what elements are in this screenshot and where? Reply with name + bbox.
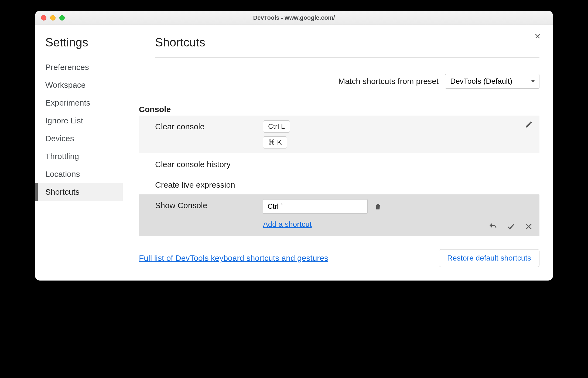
pencil-icon[interactable]	[525, 120, 533, 129]
edit-actions	[489, 222, 533, 231]
preset-row: Match shortcuts from preset DevTools (De…	[155, 74, 539, 89]
row-clear-console: Clear console Ctrl L ⌘ K	[139, 116, 539, 153]
close-icon	[534, 33, 541, 40]
sidebar-item-throttling[interactable]: Throttling	[35, 147, 123, 165]
footer-row: Full list of DevTools keyboard shortcuts…	[139, 249, 539, 267]
row-keys-edit: Add a shortcut	[263, 199, 382, 229]
preset-select[interactable]: DevTools (Default)	[445, 74, 539, 89]
sidebar-item-preferences[interactable]: Preferences	[35, 58, 123, 76]
window-title: DevTools - www.google.com/	[35, 14, 553, 21]
row-name: Show Console	[139, 199, 263, 210]
row-name: Create live expression	[139, 179, 263, 190]
row-create-live-expression: Create live expression	[139, 174, 539, 194]
row-show-console-editing: Show Console Add a shortcut	[139, 194, 539, 236]
sidebar-item-devices[interactable]: Devices	[35, 130, 123, 147]
shortcut-input[interactable]	[263, 199, 368, 214]
key-chip: ⌘ K	[263, 136, 287, 148]
sidebar-item-workspace[interactable]: Workspace	[35, 76, 123, 94]
key-chip: Ctrl L	[263, 120, 290, 133]
main-panel: Shortcuts Match shortcuts from preset De…	[123, 25, 553, 281]
window-minimize-button[interactable]	[50, 15, 56, 21]
sidebar-item-locations[interactable]: Locations	[35, 165, 123, 183]
content: Settings Preferences Workspace Experimen…	[35, 25, 553, 281]
restore-defaults-button[interactable]: Restore default shortcuts	[439, 249, 539, 267]
doc-link[interactable]: Full list of DevTools keyboard shortcuts…	[139, 254, 328, 263]
cancel-icon[interactable]	[524, 222, 533, 231]
add-shortcut-link[interactable]: Add a shortcut	[263, 220, 312, 229]
window-close-button[interactable]	[41, 15, 46, 21]
sidebar: Settings Preferences Workspace Experimen…	[35, 25, 123, 281]
page-title: Shortcuts	[155, 36, 539, 58]
row-clear-console-history: Clear console history	[139, 153, 539, 174]
trash-icon[interactable]	[374, 202, 382, 211]
sidebar-item-shortcuts[interactable]: Shortcuts	[35, 183, 123, 201]
row-keys: Ctrl L ⌘ K	[263, 120, 382, 148]
sidebar-item-ignore-list[interactable]: Ignore List	[35, 112, 123, 130]
close-settings-button[interactable]	[534, 32, 541, 42]
app-window: DevTools - www.google.com/ Settings Pref…	[35, 11, 553, 281]
preset-label: Match shortcuts from preset	[338, 77, 439, 86]
titlebar: DevTools - www.google.com/	[35, 11, 553, 25]
checkmark-icon[interactable]	[507, 222, 515, 231]
sidebar-item-experiments[interactable]: Experiments	[35, 94, 123, 112]
traffic-lights	[35, 15, 65, 21]
row-name: Clear console history	[139, 158, 263, 169]
section-title-console: Console	[139, 105, 539, 114]
settings-heading: Settings	[35, 36, 123, 49]
preset-select-value: DevTools (Default)	[450, 77, 512, 85]
row-name: Clear console	[139, 120, 263, 131]
undo-icon[interactable]	[489, 222, 497, 231]
window-zoom-button[interactable]	[59, 15, 65, 21]
